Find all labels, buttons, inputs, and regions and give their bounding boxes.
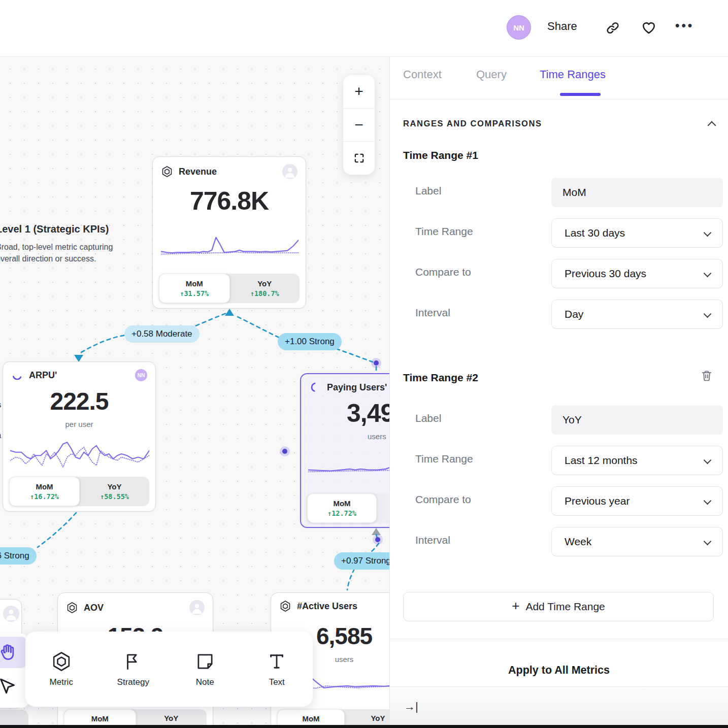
delta-up: ↑180.7% [250,289,279,297]
chip-yoy[interactable]: YoY ↑58.55% [80,477,149,506]
chevron-down-icon [704,456,712,465]
correlation-pill-strong[interactable]: +0.97 Strong [334,552,398,570]
hand-tool-button[interactable] [0,637,26,668]
card-header: ARPU' NN [3,362,155,381]
more-options-button[interactable]: ••• [675,18,694,32]
tab-time-ranges[interactable]: Time Ranges [540,68,606,81]
cursor-icon [0,677,18,697]
chevron-down-icon [704,497,712,505]
form-row-label: Label YoY [403,405,715,435]
card-title: ARPU' [29,370,129,381]
active-tab-indicator [560,93,601,96]
chip-mom[interactable]: MoM ↑16.72% [9,477,80,506]
user-avatar[interactable]: NN [507,15,531,40]
correlation-pill-strong-clipped[interactable]: 66 Strong [0,547,37,565]
connection-handle-dot[interactable] [280,446,290,456]
form-row-interval: Interval Day [403,300,715,329]
clipped-text-fragment: a [0,431,1,441]
add-strategy-button[interactable]: Strategy [97,632,170,707]
timerange-chip-group: MoM ↑31.57% YoY ↑180.7% [159,274,300,303]
chip-mom[interactable]: MoM ↑31.57% [159,274,230,303]
section-header-row: RANGES AND COMPARISONS [403,119,715,128]
metric-tree-canvas[interactable]: Level 1 (Strategic KPIs) Broad, top-leve… [0,57,389,728]
copy-link-button[interactable] [605,20,620,36]
note-body: Broad, top-level metric capturing overal… [0,241,113,264]
heart-icon [641,19,657,36]
time-range-1-title: Time Range #1 [403,149,478,161]
chip-yoy[interactable]: YoY ↑180.7% [230,274,300,303]
hand-icon [0,643,17,661]
metric-hexagon-icon [51,651,72,672]
correlation-pill-moderate[interactable]: +0.58 Moderate [124,325,200,343]
card-header: Revenue [153,157,306,179]
favorite-button[interactable] [641,19,657,36]
apply-to-all-metrics-button[interactable]: Apply to All Metrics [390,664,728,677]
clipped-text-fragment: s [0,400,1,410]
zoom-controls: + − [343,75,375,175]
metric-value: 222.5 [3,387,155,415]
flag-icon [122,651,144,672]
text-icon [266,651,287,672]
add-text-button[interactable]: Text [241,632,313,707]
compare-to-select[interactable]: Previous 30 days [551,259,723,288]
add-metric-button[interactable]: Metric [25,632,97,707]
delta-up: ↑58.55% [100,492,129,501]
trash-icon [700,369,714,383]
tab-query[interactable]: Query [476,68,507,81]
owner-avatar-icon [189,600,205,615]
delta-up: ↑12.72% [327,509,356,517]
time-range-select[interactable]: Last 30 days [551,218,723,248]
time-range-select[interactable]: Last 12 months [551,446,723,475]
metric-card-arpu[interactable]: ARPU' NN 222.5 per user MoM ↑16.72% YoY … [3,361,156,512]
app-header: NN Share ••• [0,0,728,57]
connection-handle-dot[interactable] [373,535,383,545]
delete-time-range-button[interactable] [700,369,714,383]
add-note-button[interactable]: Note [169,632,241,707]
chevron-up-icon[interactable] [708,121,716,129]
panel-footer: →| [390,686,728,728]
form-row-time-range: Time Range Last 30 days [403,218,715,248]
form-row-interval: Interval Week [403,527,715,556]
select-tool-button[interactable] [0,670,26,704]
interval-select[interactable]: Day [551,300,723,329]
panel-tabs: Context Query Time Ranges [390,57,728,100]
link-icon [605,20,620,36]
divider [390,639,728,639]
card-header: AOV [58,593,213,615]
add-time-range-button[interactable]: + Add Time Range [403,592,714,621]
card-title: Revenue [179,167,277,177]
collapse-panel-icon[interactable]: →| [404,700,418,713]
metric-value: 776.8K [153,186,306,216]
label-input[interactable]: YoY [551,405,723,435]
chevron-down-icon [704,270,712,278]
zoom-out-button[interactable]: − [343,108,375,142]
form-row-compare-to: Compare to Previous 30 days [403,259,715,288]
card-title: AOV [84,603,184,613]
section-title: RANGES AND COMPARISONS [403,119,709,128]
metric-hexagon-icon [161,166,173,178]
connection-handle-dot[interactable] [371,358,381,368]
form-row-compare-to: Compare to Previous year [403,486,715,516]
compare-to-select[interactable]: Previous year [551,486,723,516]
chip-mom[interactable]: MoM ↑12.72% [307,493,377,523]
fit-view-button[interactable] [343,141,375,175]
owner-avatar-icon [3,606,19,622]
metric-card-revenue[interactable]: Revenue 776.8K MoM ↑31.57% YoY ↑180.7% [152,156,306,309]
share-button[interactable]: Share [547,20,577,33]
app-window: Level 1 (Strategic KPIs) Broad, top-leve… [0,0,728,728]
correlation-pill-strong[interactable]: +1.00 Strong [278,333,342,350]
interval-select[interactable]: Week [551,527,723,556]
arrowhead-down-arpu [74,355,83,362]
metric-hexagon-icon [279,600,291,612]
timerange-chip-group: MoM ↑16.72% YoY ↑58.55% [9,477,149,506]
plus-icon: + [512,598,519,614]
screen-bottom-bar [0,725,728,728]
tab-context[interactable]: Context [403,68,442,81]
time-range-2-title: Time Range #2 [403,372,478,384]
canvas-toolbar: Metric Strategy Note Text [25,632,313,707]
metric-unit: per user [3,420,155,428]
note-icon [194,651,216,672]
zoom-in-button[interactable]: + [343,75,375,108]
arrowhead-up-revenue [225,309,234,316]
label-input[interactable]: MoM [551,178,723,207]
